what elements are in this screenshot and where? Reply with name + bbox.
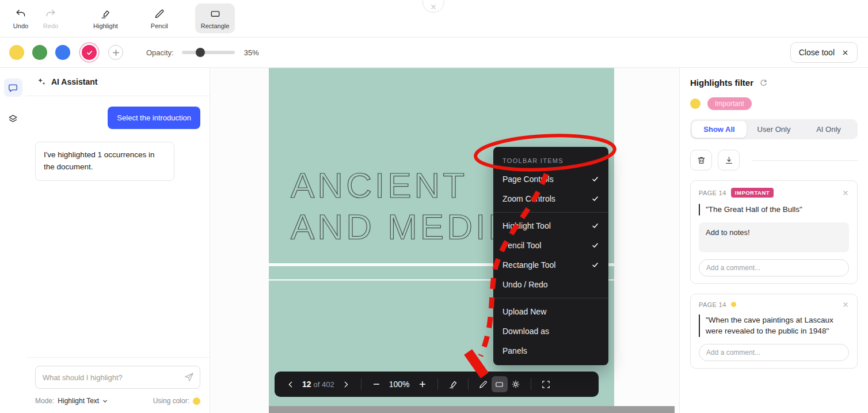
opacity-value: 35%: [244, 48, 259, 57]
send-button[interactable]: [184, 372, 195, 382]
left-rail: [0, 68, 26, 413]
fullscreen-button[interactable]: [538, 376, 554, 392]
tab-show-all[interactable]: Show All: [692, 121, 747, 138]
ai-conversation: Select the introduction I've highlighted…: [26, 96, 210, 191]
undo-label: Undo: [13, 22, 28, 29]
download-highlights-button[interactable]: [718, 150, 740, 170]
undo-button[interactable]: Undo: [6, 3, 36, 33]
minus-icon: [372, 380, 380, 388]
menu-item-panels[interactable]: Panels: [493, 341, 608, 361]
menu-item-zoom-controls[interactable]: Zoom Controls: [493, 189, 608, 209]
menu-item-label: Rectangle Tool: [502, 260, 555, 270]
chevron-right-icon: [341, 380, 350, 389]
comment-input[interactable]: [699, 344, 849, 361]
check-icon: [591, 175, 599, 183]
viewer-settings-button[interactable]: [508, 376, 524, 392]
redo-label: Redo: [43, 22, 58, 29]
layers-panel-button[interactable]: [4, 109, 22, 128]
menu-item-upload-new[interactable]: Upload New: [493, 302, 608, 321]
opacity-slider-track: [182, 51, 235, 54]
delete-highlights-button[interactable]: [690, 150, 712, 170]
menu-item-highlight-tool[interactable]: Highlight Tool: [493, 216, 608, 236]
highlight-color-dot: [731, 302, 736, 307]
highlight-label: Highlight: [93, 22, 118, 29]
rectangle-label: Rectangle: [201, 22, 230, 29]
close-icon: [842, 49, 849, 56]
toolbar-items-menu: TOOLBAR ITEMS Page Controls Zoom Control…: [493, 147, 608, 365]
panel-divider: [752, 160, 858, 161]
viewer-background-strip: [269, 406, 675, 413]
document-toolbar: 12 of 402 100%: [275, 372, 599, 397]
pencil-label: Pencil: [151, 22, 168, 29]
color-swatch-yellow[interactable]: [9, 45, 24, 60]
plus-icon: [418, 380, 427, 388]
top-toolbar: Undo Redo Highlight Pencil Rectangle: [0, 0, 868, 37]
highlight-note[interactable]: Add to notes!: [699, 222, 849, 252]
filter-color-yellow[interactable]: [690, 98, 701, 109]
pencil-icon: [478, 380, 488, 389]
trash-icon: [696, 156, 706, 165]
zoom-out-button[interactable]: [368, 376, 384, 392]
color-swatch-green[interactable]: [32, 45, 47, 60]
check-icon: [591, 241, 599, 249]
menu-item-undo-redo[interactable]: Undo / Redo: [493, 275, 608, 294]
reset-filter-button[interactable]: [759, 78, 768, 87]
layers-icon: [7, 113, 18, 124]
collapse-toolbar-button[interactable]: [422, 0, 444, 13]
next-page-button[interactable]: [338, 376, 354, 392]
download-icon: [724, 156, 734, 165]
menu-separator: [493, 298, 608, 298]
comment-input[interactable]: [699, 259, 849, 276]
ai-message: I've highlighted 1 occurrences in the do…: [35, 142, 174, 181]
rectangle-tool-button[interactable]: Rectangle: [195, 3, 235, 33]
menu-item-page-controls[interactable]: Page Controls: [493, 169, 608, 189]
ai-assistant-panel: AI Assistant Select the introduction I'v…: [26, 68, 210, 413]
highlight-page-label: PAGE 14: [699, 190, 726, 196]
page-number[interactable]: 12: [302, 380, 311, 389]
menu-item-label: Pencil Tool: [502, 241, 541, 250]
redo-button[interactable]: Redo: [36, 3, 66, 33]
add-color-button[interactable]: [108, 45, 123, 60]
using-color-label: Using color:: [153, 397, 189, 405]
viewer-highlight-tool-button[interactable]: [445, 376, 461, 392]
color-swatch-pink-selected[interactable]: [82, 45, 97, 60]
document-viewer: ANCIENT AND MEDIEVAL 12 of 402: [210, 68, 679, 413]
remove-highlight-button[interactable]: [842, 301, 849, 308]
pencil-tool-button[interactable]: Pencil: [144, 3, 174, 33]
remove-highlight-button[interactable]: [842, 190, 849, 196]
undo-icon: [15, 7, 26, 20]
color-swatch-blue[interactable]: [55, 45, 70, 60]
menu-item-label: Upload New: [502, 307, 546, 316]
comments-panel-button[interactable]: [4, 78, 22, 97]
viewer-pencil-tool-button[interactable]: [475, 376, 492, 392]
menu-item-label: Zoom Controls: [502, 194, 555, 203]
zoom-level: 100%: [389, 380, 410, 389]
menu-item-label: Page Controls: [502, 175, 554, 184]
opacity-slider[interactable]: [182, 48, 235, 57]
highlight-card: PAGE 14 IMPORTANT "The Great Hall of the…: [690, 180, 858, 284]
menu-item-label: Undo / Redo: [502, 280, 548, 289]
highlight-tool-button[interactable]: Highlight: [87, 3, 124, 33]
mode-select[interactable]: Highlight Text: [58, 397, 108, 405]
highlighter-icon: [100, 7, 111, 20]
chevron-down-icon: [102, 398, 108, 404]
menu-item-pencil-tool[interactable]: Pencil Tool: [493, 236, 608, 255]
plus-icon: [112, 49, 120, 56]
ai-suggestion-button[interactable]: Select the introduction: [108, 107, 200, 129]
zoom-in-button[interactable]: [414, 376, 431, 392]
opacity-slider-thumb[interactable]: [196, 48, 205, 57]
previous-page-button[interactable]: [283, 376, 299, 392]
menu-header: TOOLBAR ITEMS: [493, 150, 608, 169]
highlight-query-input[interactable]: [35, 366, 200, 389]
ai-assistant-header: AI Assistant: [26, 68, 210, 96]
check-icon: [591, 261, 599, 269]
tab-user-only[interactable]: User Only: [747, 121, 801, 138]
menu-item-rectangle-tool[interactable]: Rectangle Tool: [493, 255, 608, 275]
tab-ai-only[interactable]: AI Only: [801, 121, 856, 138]
close-tool-button[interactable]: Close tool: [790, 42, 858, 63]
pdf-annotator-app: Undo Redo Highlight Pencil Rectangle: [0, 0, 868, 413]
filter-badge-important[interactable]: Important: [707, 97, 752, 110]
viewer-rectangle-tool-button[interactable]: [492, 376, 508, 392]
menu-item-download-as[interactable]: Download as: [493, 321, 608, 341]
highlights-panel: Highlights filter Important Show All Use…: [679, 68, 868, 413]
